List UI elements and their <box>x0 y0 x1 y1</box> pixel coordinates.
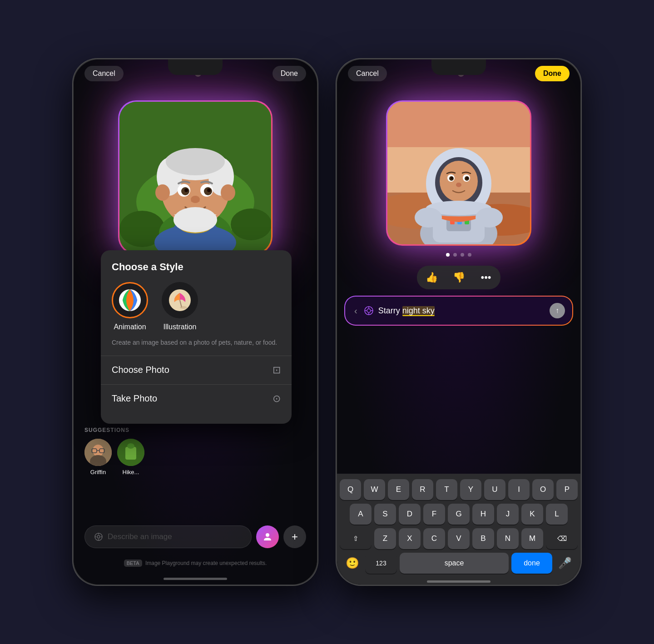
svg-point-63 <box>451 177 453 179</box>
suggestions-row: Griffin Hike... <box>84 439 306 476</box>
svg-point-58 <box>440 161 478 202</box>
beta-text: Image Playground may create unexpected r… <box>145 560 267 566</box>
person-icon <box>262 531 273 542</box>
key-m[interactable]: M <box>521 528 543 549</box>
numbers-key[interactable]: 123 <box>365 553 397 574</box>
svg-rect-47 <box>387 102 530 147</box>
backspace-key[interactable]: ⌫ <box>546 528 578 549</box>
input-text: Starry night sky <box>378 306 545 316</box>
key-v[interactable]: V <box>448 528 470 549</box>
key-l[interactable]: L <box>546 504 568 525</box>
done-button-2[interactable]: Done <box>535 66 570 81</box>
choose-photo-icon: ⊡ <box>272 364 281 376</box>
person-icon-btn[interactable] <box>256 525 279 548</box>
suggestion-name-2: Hike... <box>123 469 139 476</box>
take-photo-action[interactable]: Take Photo ⊙ <box>112 385 281 413</box>
style-option-illustration[interactable]: Illustration <box>162 282 198 331</box>
animation-icon <box>112 282 148 318</box>
emoji-button[interactable]: 🙂 <box>342 553 362 574</box>
key-r[interactable]: R <box>412 479 433 500</box>
text-input-bar[interactable]: ‹ Starry night sky ↑ <box>344 296 573 326</box>
camera-dot-1 <box>195 70 201 77</box>
key-a[interactable]: A <box>350 504 372 525</box>
text-input-area: ‹ Starry night sky ↑ <box>344 296 573 326</box>
key-k[interactable]: K <box>521 504 543 525</box>
back-arrow-icon[interactable]: ‹ <box>352 306 359 316</box>
cancel-button-1[interactable]: Cancel <box>84 66 124 81</box>
done-key[interactable]: done <box>511 553 552 574</box>
pagination-dots <box>446 253 471 257</box>
cancel-button-2[interactable]: Cancel <box>348 66 387 81</box>
svg-point-3 <box>231 208 271 240</box>
svg-point-21 <box>207 188 211 192</box>
home-indicator-1 <box>164 578 227 580</box>
choose-photo-label: Choose Photo <box>112 365 169 375</box>
key-z[interactable]: Z <box>374 528 396 549</box>
keyboard-row-3: ⇧ Z X C V B N M ⌫ <box>340 528 578 549</box>
key-c[interactable]: C <box>423 528 445 549</box>
key-f[interactable]: F <box>423 504 445 525</box>
keyboard-row-2: A S D F G H J K L <box>340 504 578 525</box>
key-j[interactable]: J <box>497 504 519 525</box>
microphone-button[interactable]: 🎤 <box>555 553 575 574</box>
key-g[interactable]: G <box>448 504 470 525</box>
popup-title: Choose a Style <box>112 261 281 273</box>
suggestion-griffin[interactable]: Griffin <box>84 439 112 476</box>
illustration-icon <box>162 282 198 318</box>
shift-key[interactable]: ⇧ <box>340 528 372 549</box>
key-t[interactable]: T <box>436 479 457 500</box>
suggestion-name-1: Griffin <box>90 469 106 476</box>
key-q[interactable]: Q <box>340 479 361 500</box>
ai-input-icon <box>94 532 103 541</box>
space-key[interactable]: space <box>400 553 509 574</box>
suggestions-label: SUGGESTIONS <box>84 427 306 433</box>
key-i[interactable]: I <box>508 479 530 500</box>
choose-photo-action[interactable]: Choose Photo ⊡ <box>112 356 281 384</box>
plus-button[interactable]: + <box>283 525 306 548</box>
key-n[interactable]: N <box>497 528 519 549</box>
svg-point-69 <box>476 208 503 228</box>
thumbs-up-button[interactable]: 👍 <box>419 268 444 287</box>
suggestion-hike[interactable]: Hike... <box>117 439 144 476</box>
key-e[interactable]: E <box>388 479 409 500</box>
svg-point-65 <box>456 183 461 187</box>
svg-point-14 <box>155 184 170 201</box>
beta-badge: BETA <box>124 560 142 567</box>
done-button-1[interactable]: Done <box>272 66 306 81</box>
more-options-button[interactable]: ••• <box>473 268 499 287</box>
style-popup: Choose a Style <box>101 250 292 424</box>
key-y[interactable]: Y <box>460 479 481 500</box>
animation-label: Animation <box>114 323 146 331</box>
take-photo-icon: ⊙ <box>272 393 281 405</box>
input-text-highlight: night sky <box>402 306 435 316</box>
bottom-input-bar: Describe an image + <box>84 525 306 548</box>
keyboard-row-1: Q W E R T Y U I O P <box>340 479 578 500</box>
input-placeholder: Describe an image <box>108 532 172 541</box>
thumbs-down-button[interactable]: 👎 <box>446 268 471 287</box>
dot-2 <box>453 253 457 257</box>
key-d[interactable]: D <box>399 504 421 525</box>
key-w[interactable]: W <box>364 479 385 500</box>
suggestion-avatar-1 <box>84 439 112 466</box>
key-x[interactable]: X <box>399 528 421 549</box>
key-h[interactable]: H <box>472 504 494 525</box>
key-b[interactable]: B <box>472 528 494 549</box>
avatar-glow-1 <box>118 100 272 255</box>
camera-dot-2 <box>458 70 464 77</box>
key-p[interactable]: P <box>556 479 578 500</box>
svg-point-27 <box>180 306 187 309</box>
send-button[interactable]: ↑ <box>550 303 565 318</box>
key-o[interactable]: O <box>532 479 554 500</box>
key-s[interactable]: S <box>374 504 396 525</box>
key-u[interactable]: U <box>484 479 505 500</box>
ai-icon <box>364 306 374 316</box>
style-option-animation[interactable]: Animation <box>112 282 148 331</box>
dot-4 <box>468 253 471 257</box>
svg-point-64 <box>466 177 469 179</box>
describe-image-input[interactable]: Describe an image <box>84 525 252 548</box>
svg-rect-35 <box>125 447 136 460</box>
dot-3 <box>461 253 464 257</box>
suggestion-avatar-2 <box>117 439 144 466</box>
svg-point-15 <box>221 184 235 201</box>
phone-1: Cancel Done <box>73 59 318 585</box>
